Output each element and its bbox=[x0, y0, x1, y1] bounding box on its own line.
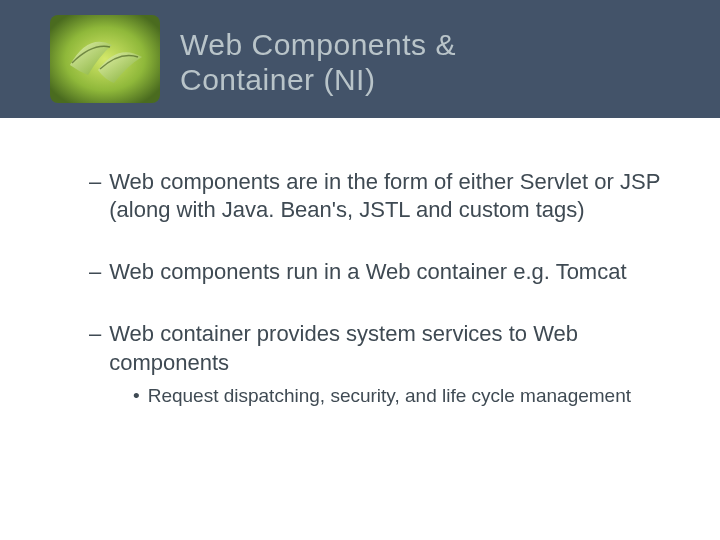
dash-icon: – bbox=[89, 258, 101, 286]
dash-icon: – bbox=[89, 168, 101, 224]
svg-rect-0 bbox=[50, 15, 160, 103]
slide-header: Web Components & Container (NI) bbox=[0, 0, 720, 118]
sub-bullet-text: Request dispatching, security, and life … bbox=[148, 383, 631, 408]
dash-icon: – bbox=[89, 320, 101, 376]
bullet-item: – Web components run in a Web container … bbox=[75, 258, 665, 286]
title-line-2: Container (NI) bbox=[180, 62, 456, 97]
leaf-swirl-icon bbox=[50, 15, 160, 103]
bullet-dot-icon: • bbox=[133, 383, 140, 408]
title-line-1: Web Components & bbox=[180, 27, 456, 62]
slide-body: – Web components are in the form of eith… bbox=[0, 118, 720, 408]
bullet-text: Web container provides system services t… bbox=[109, 320, 665, 376]
bullet-text: Web components are in the form of either… bbox=[109, 168, 665, 224]
bullet-item: – Web components are in the form of eith… bbox=[75, 168, 665, 224]
bullet-item: – Web container provides system services… bbox=[75, 320, 665, 407]
bullet-text: Web components run in a Web container e.… bbox=[109, 258, 626, 286]
slide-title: Web Components & Container (NI) bbox=[180, 21, 456, 98]
